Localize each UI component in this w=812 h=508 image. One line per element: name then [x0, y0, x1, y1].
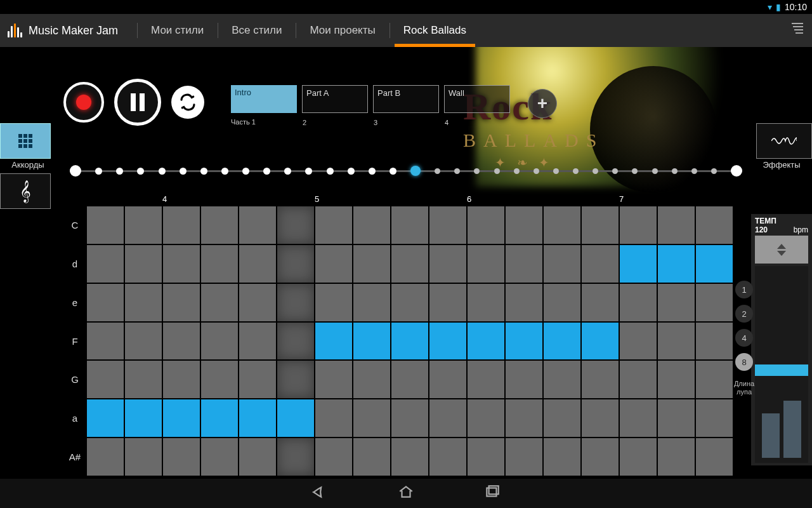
grid-cell[interactable] — [543, 283, 581, 322]
timeline-dot[interactable] — [137, 168, 144, 175]
grid-cell[interactable] — [695, 438, 733, 476]
grid-cell[interactable] — [467, 360, 505, 399]
grid-cell[interactable] — [543, 322, 581, 361]
timeline-dot[interactable] — [534, 168, 539, 174]
grid-cell[interactable] — [162, 206, 200, 244]
timeline-dot[interactable] — [553, 168, 559, 174]
home-button[interactable] — [398, 484, 414, 503]
timeline-dot[interactable] — [691, 168, 697, 174]
grid-cell[interactable] — [467, 438, 505, 476]
timeline-dot[interactable] — [494, 168, 500, 174]
grid-cell[interactable] — [619, 438, 657, 476]
timeline-dot[interactable] — [305, 168, 312, 175]
grid-cell[interactable] — [505, 244, 543, 283]
grid-cell[interactable] — [391, 360, 429, 399]
timeline-dot[interactable] — [474, 168, 480, 174]
timeline-dot[interactable] — [652, 168, 658, 174]
grid-cell[interactable] — [200, 399, 239, 438]
timeline-dot[interactable] — [221, 168, 228, 175]
tempo-stepper[interactable] — [755, 236, 808, 264]
grid-cell[interactable] — [657, 206, 695, 244]
grid-cell[interactable] — [619, 283, 657, 322]
grid-cell[interactable] — [353, 244, 391, 283]
grid-cell[interactable] — [467, 283, 505, 322]
record-button[interactable] — [63, 82, 104, 123]
add-part-button[interactable]: + — [528, 89, 557, 118]
grid-cell[interactable] — [353, 438, 391, 476]
grid-cell[interactable] — [505, 438, 543, 476]
timeline-track[interactable] — [70, 170, 742, 172]
grid-cell[interactable] — [619, 360, 657, 399]
timeline-dot[interactable] — [348, 168, 355, 175]
grid-cell[interactable] — [162, 399, 200, 438]
grid-cell[interactable] — [429, 206, 467, 244]
timeline-dot[interactable] — [632, 168, 638, 174]
grid-cell[interactable] — [505, 283, 543, 322]
grid-cell[interactable] — [86, 360, 124, 399]
tab-current-project[interactable]: Rock Ballads — [390, 14, 480, 47]
grid-cell[interactable] — [429, 360, 467, 399]
grid-cell[interactable] — [315, 322, 353, 361]
loop-length-4[interactable]: 4 — [735, 329, 753, 347]
grid-cell[interactable] — [391, 244, 429, 283]
grid-cell[interactable] — [277, 438, 315, 476]
grid-cell[interactable] — [467, 322, 505, 361]
grid-cell[interactable] — [581, 244, 619, 283]
chords-button[interactable] — [0, 123, 51, 159]
back-button[interactable] — [311, 484, 328, 503]
timeline-dot[interactable] — [327, 168, 334, 175]
grid-cell[interactable] — [239, 283, 277, 322]
grid-cell[interactable] — [581, 438, 619, 476]
timeline-dot[interactable] — [369, 168, 376, 175]
grid-cell[interactable] — [353, 206, 391, 244]
grid-cell[interactable] — [124, 206, 162, 244]
timeline-dot[interactable] — [242, 168, 249, 175]
grid-cell[interactable] — [391, 438, 429, 476]
part-wall[interactable]: Wall4 — [444, 85, 510, 113]
grid-cell[interactable] — [695, 322, 733, 361]
grid-cell[interactable] — [467, 399, 505, 438]
grid-cell[interactable] — [657, 322, 695, 361]
grid-cell[interactable] — [239, 399, 277, 438]
grid-cell[interactable] — [315, 360, 353, 399]
timeline-dot[interactable] — [70, 165, 81, 177]
grid-cell[interactable] — [581, 283, 619, 322]
timeline-dot[interactable] — [593, 168, 598, 174]
grid-cell[interactable] — [695, 360, 733, 399]
grid-cell[interactable] — [353, 283, 391, 322]
grid-cell[interactable] — [86, 206, 124, 244]
grid-cell[interactable] — [353, 322, 391, 361]
grid-cell[interactable] — [695, 283, 733, 322]
grid-cell[interactable] — [124, 322, 162, 361]
grid-cell[interactable] — [124, 399, 162, 438]
pause-button[interactable] — [114, 79, 161, 126]
timeline-dot[interactable] — [435, 168, 440, 174]
grid-cell[interactable] — [200, 283, 239, 322]
grid-cell[interactable] — [162, 244, 200, 283]
grid-cell[interactable] — [657, 438, 695, 476]
grid-cell[interactable] — [86, 399, 124, 438]
timeline-dot[interactable] — [573, 168, 579, 174]
part-part-a[interactable]: Part A2 — [302, 85, 368, 113]
grid-cell[interactable] — [239, 438, 277, 476]
grid-cell[interactable] — [657, 360, 695, 399]
grid-cell[interactable] — [505, 360, 543, 399]
grid-cell[interactable] — [657, 244, 695, 283]
grid-cell[interactable] — [86, 438, 124, 476]
timeline-dot[interactable] — [200, 168, 207, 175]
grid-cell[interactable] — [162, 322, 200, 361]
timeline-dot[interactable] — [731, 165, 742, 177]
grid-cell[interactable] — [619, 206, 657, 244]
timeline-dot[interactable] — [410, 166, 421, 176]
grid-cell[interactable] — [277, 206, 315, 244]
grid-cell[interactable] — [200, 322, 239, 361]
timeline[interactable] — [70, 165, 742, 177]
grid-cell[interactable] — [277, 360, 315, 399]
grid-cell[interactable] — [695, 399, 733, 438]
grid-cell[interactable] — [239, 360, 277, 399]
grid-cell[interactable] — [162, 283, 200, 322]
grid-cell[interactable] — [391, 206, 429, 244]
grid-cell[interactable] — [619, 322, 657, 361]
grid-cell[interactable] — [543, 399, 581, 438]
grid-cell[interactable] — [505, 206, 543, 244]
